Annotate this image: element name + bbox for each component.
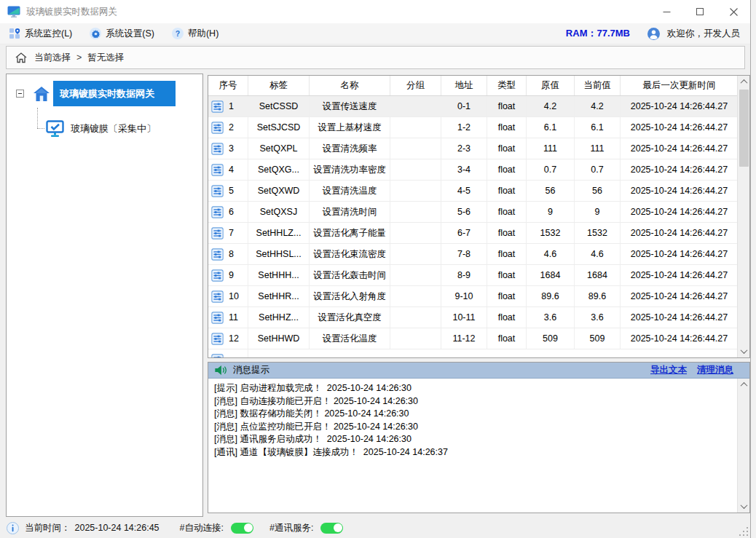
resize-grip[interactable] bbox=[739, 527, 748, 536]
scroll-up-icon[interactable] bbox=[738, 379, 750, 391]
cell-original: 111 bbox=[527, 138, 575, 159]
cell-current: 6.1 bbox=[575, 117, 621, 138]
col-header-group[interactable]: 分组 bbox=[390, 76, 441, 95]
table-row[interactable]: 7SetHHLZ...设置活化离子能量6-7float153215322025-… bbox=[208, 223, 749, 244]
table-row[interactable]: 8SetHHSL...设置活化束流密度7-8float4.64.62025-10… bbox=[208, 244, 749, 265]
message-panel-header: 消息提示 导出文本 清理消息 bbox=[208, 363, 749, 379]
table-header: 序号 标签 名称 分组 地址 类型 原值 当前值 最后一次更新时间 bbox=[208, 76, 749, 96]
cell-updated: 2025-10-24 14:26:44.27 bbox=[621, 307, 739, 328]
row-number: 9 bbox=[229, 270, 234, 280]
auto-connect-toggle[interactable] bbox=[231, 523, 253, 534]
cell-no: 9 bbox=[208, 265, 248, 285]
maximize-button[interactable] bbox=[683, 0, 717, 23]
channel-monitor-icon bbox=[46, 120, 64, 138]
col-header-address[interactable]: 地址 bbox=[441, 76, 487, 95]
col-header-type[interactable]: 类型 bbox=[487, 76, 527, 95]
cell-name: 设置活化温度 bbox=[310, 328, 390, 349]
tag-config-icon bbox=[211, 185, 224, 197]
cell-tag: SetQXPL bbox=[248, 138, 310, 159]
comm-service-toggle[interactable] bbox=[320, 523, 343, 534]
cell-no: 5 bbox=[208, 181, 248, 201]
cell-current: 4.6 bbox=[575, 244, 621, 264]
cell-tag: SetSJCSD bbox=[248, 117, 310, 138]
app-window: 玻璃镀膜实时数据网关 系统监控(L) 系统设置(S) ? 帮助(H) RAM：7… bbox=[0, 0, 751, 538]
cell-tag: SetHHWD bbox=[248, 328, 310, 349]
cell-no: 8 bbox=[208, 244, 248, 264]
cell-current: 0.7 bbox=[575, 159, 621, 180]
gateway-home-icon bbox=[33, 86, 50, 102]
col-header-original[interactable]: 原值 bbox=[527, 76, 575, 95]
col-header-index[interactable]: 序号 bbox=[208, 76, 248, 95]
table-row[interactable]: 12SetHHWD设置活化温度11-12float5095092025-10-2… bbox=[208, 328, 749, 349]
cell-group bbox=[390, 286, 441, 306]
col-header-current[interactable]: 当前值 bbox=[575, 76, 621, 95]
cell-current: 1684 bbox=[575, 265, 621, 285]
col-header-name[interactable]: 名称 bbox=[310, 76, 390, 95]
col-header-tag[interactable]: 标签 bbox=[248, 76, 310, 95]
scroll-up-icon[interactable] bbox=[738, 76, 750, 88]
tag-config-icon bbox=[211, 227, 224, 240]
menu-item-system-settings[interactable]: 系统设置(S) bbox=[81, 23, 163, 44]
user-icon bbox=[647, 28, 660, 40]
cell-group bbox=[390, 265, 441, 285]
scroll-down-icon[interactable] bbox=[738, 345, 750, 357]
menu-item-system-monitor[interactable]: 系统监控(L) bbox=[0, 23, 81, 44]
table-row[interactable]: 1SetCSSD设置传送速度0-1float4.24.22025-10-24 1… bbox=[208, 96, 749, 117]
cell-address: 5-6 bbox=[441, 202, 487, 222]
table-row[interactable]: 2SetSJCSD设置上基材速度1-2float6.16.12025-10-24… bbox=[208, 117, 749, 138]
table-row[interactable]: 6SetQXSJ设置清洗时间5-6float992025-10-24 14:26… bbox=[208, 202, 749, 223]
cell-tag: SetQXSJ bbox=[248, 202, 310, 222]
tree-root-label[interactable]: 玻璃镀膜实时数据网关 bbox=[53, 81, 176, 106]
tag-config-icon bbox=[211, 206, 224, 218]
tree-connector bbox=[37, 128, 44, 129]
auto-connect-label: #自动连接: bbox=[180, 522, 224, 534]
cell-no: 4 bbox=[208, 159, 248, 180]
tag-config-icon bbox=[211, 164, 224, 176]
scroll-down-icon[interactable] bbox=[738, 500, 750, 513]
ram-indicator: RAM：77.7MB bbox=[566, 27, 630, 40]
welcome-text: 欢迎你，开发人员 bbox=[667, 28, 740, 40]
menu-item-help[interactable]: ? 帮助(H) bbox=[163, 23, 227, 44]
table-row[interactable]: 11SetHHZ...设置活化真空度10-11float3.63.62025-1… bbox=[208, 307, 749, 328]
window-title: 玻璃镀膜实时数据网关 bbox=[26, 6, 117, 18]
tree-node-channel[interactable]: 玻璃镀膜〔采集中〕 bbox=[46, 118, 156, 140]
gear-icon bbox=[90, 28, 101, 39]
cell-original: 4.2 bbox=[527, 96, 575, 116]
scrollbar-thumb[interactable] bbox=[739, 90, 749, 167]
table-row[interactable]: 3SetQXPL设置清洗频率2-3float1111112025-10-24 1… bbox=[208, 138, 749, 159]
cell-no: 7 bbox=[208, 223, 248, 243]
row-number: 7 bbox=[229, 228, 234, 238]
collapse-icon[interactable] bbox=[16, 90, 24, 98]
app-icon bbox=[7, 6, 20, 17]
minimize-button[interactable] bbox=[650, 0, 683, 23]
cell-no: 1 bbox=[208, 96, 248, 116]
cell-group bbox=[390, 202, 441, 222]
message-line: [消息] 数据存储功能关闭！ 2025-10-24 14:26:30 bbox=[214, 408, 731, 421]
breadcrumb-separator: > bbox=[76, 52, 82, 63]
row-number: 6 bbox=[229, 207, 234, 217]
message-scrollbar[interactable] bbox=[737, 379, 749, 513]
clear-messages-link[interactable]: 清理消息 bbox=[697, 364, 733, 376]
tree-node-root[interactable]: 玻璃镀膜实时数据网关 bbox=[7, 81, 202, 106]
cell-address: 10-11 bbox=[441, 307, 487, 328]
table-row[interactable]: 10SetHHR...设置活化入射角度9-10float89.689.62025… bbox=[208, 286, 749, 307]
help-icon: ? bbox=[172, 28, 184, 39]
titlebar: 玻璃镀膜实时数据网关 bbox=[0, 0, 750, 23]
row-number: 11 bbox=[229, 312, 238, 323]
export-text-link[interactable]: 导出文本 bbox=[650, 364, 687, 376]
cell-name: 设置清洗功率密度 bbox=[310, 159, 390, 180]
comm-service-label: #通讯服务: bbox=[269, 522, 313, 534]
cell-current: 111 bbox=[575, 138, 621, 159]
col-header-updated[interactable]: 最后一次更新时间 bbox=[621, 76, 739, 95]
table-row[interactable]: 4SetQXG...设置清洗功率密度3-4float0.70.72025-10-… bbox=[208, 159, 749, 181]
table-row[interactable]: 5SetQXWD设置清洗温度4-5float56562025-10-24 14:… bbox=[208, 181, 749, 202]
table-scrollbar[interactable] bbox=[737, 76, 749, 357]
cell-address: 4-5 bbox=[441, 181, 487, 201]
menu-item-label: 帮助(H) bbox=[188, 28, 218, 40]
table-row[interactable]: 9SetHHH...设置活化轰击时间8-9float168416842025-1… bbox=[208, 265, 749, 286]
close-button[interactable] bbox=[717, 0, 750, 23]
cell-type: float bbox=[487, 138, 527, 159]
row-number: 12 bbox=[229, 333, 239, 344]
message-log: [提示] 启动进程加载完成！ 2025-10-24 14:26:30[消息] 自… bbox=[208, 379, 737, 513]
menubar: 系统监控(L) 系统设置(S) ? 帮助(H) RAM：77.7MB 欢迎你，开… bbox=[0, 23, 750, 44]
